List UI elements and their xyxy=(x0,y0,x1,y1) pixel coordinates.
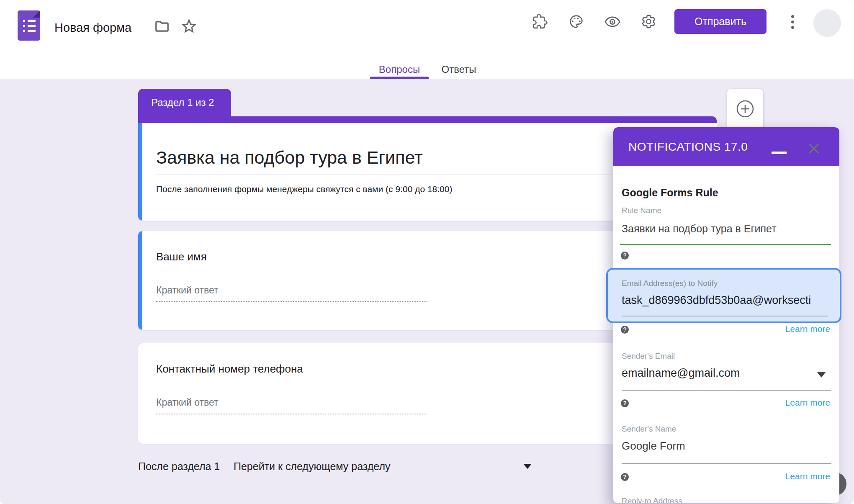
notify-email-label: Email Address(es) to Notify xyxy=(622,279,718,288)
learn-more-link[interactable]: Learn more xyxy=(785,471,830,481)
sender-email-select[interactable]: emailname@gmail.com xyxy=(622,367,740,380)
selected-card-indicator xyxy=(138,231,142,330)
form-title-card-accent-bar xyxy=(138,116,717,123)
selected-card-indicator xyxy=(138,123,142,221)
rule-name-input[interactable]: Заявки на подбор тура в Египет xyxy=(622,223,777,235)
theme-palette-icon[interactable] xyxy=(568,14,584,29)
after-section-label: После раздела 1 xyxy=(138,460,220,473)
google-forms-window: Новая форма Отправить Вопросы О xyxy=(0,0,854,504)
google-forms-logo-icon[interactable] xyxy=(18,10,40,41)
close-icon[interactable] xyxy=(808,142,820,155)
settings-gear-icon[interactable] xyxy=(641,14,656,29)
notify-email-highlight: Email Address(es) to Notify task_d869963… xyxy=(606,268,841,323)
rule-name-valid-underline xyxy=(620,244,831,245)
document-title[interactable]: Новая форма xyxy=(54,21,131,35)
app-bar: Новая форма Отправить Вопросы О xyxy=(0,0,854,79)
help-icon[interactable]: ? xyxy=(621,473,629,481)
field-underline xyxy=(622,463,831,464)
send-button[interactable]: Отправить xyxy=(674,9,767,34)
add-question-icon[interactable] xyxy=(736,100,754,118)
more-options-kebab-icon[interactable] xyxy=(789,14,797,32)
account-avatar[interactable] xyxy=(813,9,841,37)
star-icon[interactable] xyxy=(180,17,198,35)
short-answer-line xyxy=(156,301,427,302)
notify-email-input[interactable]: task_d869963dbfd53b0aa@worksecti xyxy=(622,294,831,307)
question-title[interactable]: Ваше имя xyxy=(156,250,207,263)
rule-name-label: Rule Name xyxy=(622,206,661,215)
short-answer-placeholder: Краткий ответ xyxy=(156,397,219,408)
learn-more-link[interactable]: Learn more xyxy=(785,324,830,334)
section-header-tab: Раздел 1 из 2 xyxy=(138,89,231,116)
chevron-down-icon[interactable] xyxy=(523,464,532,469)
sender-name-input[interactable]: Google Form xyxy=(622,440,685,453)
panel-header: NOTIFICATIONS 17.0 xyxy=(613,127,839,166)
sender-name-label: Sender's Name xyxy=(622,424,676,434)
sender-email-label: Sender's Email xyxy=(622,352,675,361)
learn-more-link[interactable]: Learn more xyxy=(785,398,830,408)
after-section-dropdown[interactable]: Перейти к следующему разделу xyxy=(234,460,390,473)
reply-to-label: Reply-to Address xyxy=(622,496,682,503)
form-title-input[interactable]: Заявка на подбор тура в Египет xyxy=(156,147,423,168)
short-answer-line xyxy=(156,414,427,414)
logo-fold xyxy=(33,10,40,18)
help-icon[interactable]: ? xyxy=(621,326,629,334)
dropdown-arrow-icon[interactable] xyxy=(817,372,826,378)
help-icon[interactable]: ? xyxy=(621,399,629,407)
tab-answers[interactable]: Ответы xyxy=(435,61,482,78)
panel-heading: Google Forms Rule xyxy=(622,187,718,199)
panel-title: NOTIFICATIONS 17.0 xyxy=(628,127,748,166)
add-ons-puzzle-icon[interactable] xyxy=(532,14,548,29)
question-title[interactable]: Контактный номер телефона xyxy=(156,363,303,375)
field-underline xyxy=(622,316,828,316)
preview-eye-icon[interactable] xyxy=(604,14,620,30)
question-toolbar xyxy=(727,89,763,131)
minimize-icon[interactable] xyxy=(772,152,787,154)
tab-questions[interactable]: Вопросы xyxy=(370,61,429,78)
move-to-folder-icon[interactable] xyxy=(154,18,170,34)
short-answer-placeholder: Краткий ответ xyxy=(156,285,219,296)
form-description-input[interactable]: После заполнения формы менеджеры свяжутс… xyxy=(156,184,452,194)
field-underline xyxy=(622,390,831,391)
help-icon[interactable]: ? xyxy=(621,252,629,260)
